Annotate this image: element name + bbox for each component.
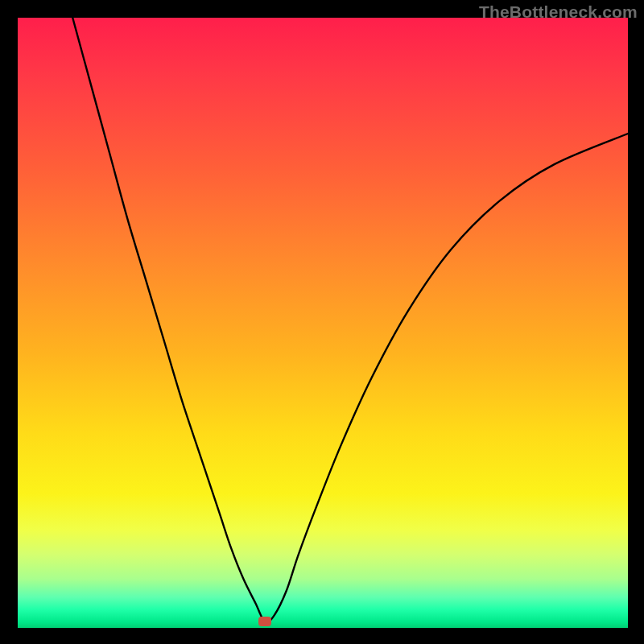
bottleneck-curve (18, 18, 628, 628)
chart-frame: TheBottleneck.com (0, 0, 644, 644)
minimum-marker (258, 617, 271, 626)
plot-area (18, 18, 628, 628)
